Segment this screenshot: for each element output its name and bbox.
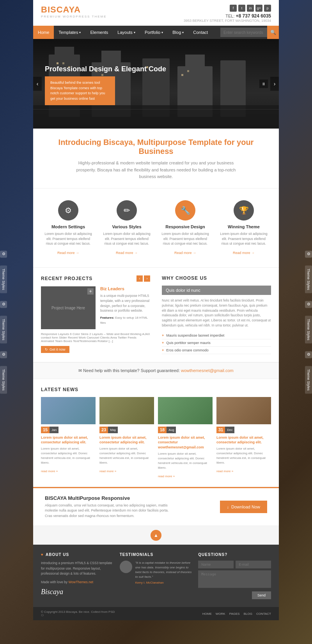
why-choose-label: WHY CHOOSE US [162,275,207,281]
social-twitter[interactable]: t [238,5,245,12]
left-theme-tab[interactable]: Theme Styles [0,265,7,293]
news-date-month-3: Aug [167,427,176,433]
left-gear-icon-2[interactable]: ⚙ [0,301,7,308]
news-link-4[interactable]: read more » [216,469,233,473]
footer-testimonials-heading: TESTIMONIALS [120,552,193,557]
feature-icon-responsive: 🔧 [175,200,195,221]
footer-logo: Biscaya [41,588,114,596]
left-gear-icon-3[interactable]: ⚙ [0,351,7,358]
news-item-3: 18 Aug Lorem ipsum dolor sit amet, conse… [158,397,213,479]
left-gear-icon[interactable]: ⚙ [0,251,7,258]
download-icon: ↓ [227,505,229,509]
get-it-now-button[interactable]: ↻ Get it now [41,346,69,353]
right-gear-icon-3[interactable]: ⚙ [305,351,312,358]
why-list-item-1: Mauris suspendisse laoreet imperdiet [162,332,271,339]
feature-link-settings[interactable]: Read more → [57,251,79,255]
news-image-4 [216,397,271,424]
download-text: BISCAYA MultiPurpose Responsive Aliquam … [45,495,174,519]
social-linkedin[interactable]: in [247,5,254,12]
news-date-month-2: May [108,427,118,433]
download-button[interactable]: ↓ Download Now [220,501,267,513]
news-item-1: 15 Jan Lorem ipsum dolor sit amet, conse… [41,397,96,479]
why-list-item-3: Eros odio ornare commodo [162,347,271,354]
social-icons: f t in g+ p [184,5,271,12]
news-image-2 [99,397,154,424]
footer-questions-heading: QUESTIONS? [198,552,271,557]
news-link-3[interactable]: read more » [158,475,175,478]
nav-item-elements[interactable]: Elements [85,26,113,39]
feature-link-winning[interactable]: Read more → [233,251,255,255]
slider-pause-button[interactable]: ⏸ [259,79,268,88]
footer-name-input[interactable] [198,561,234,568]
footer-send-button[interactable]: Send [252,591,271,599]
footer-made-with: Made with love by WowThemes.net [41,580,114,585]
right-gear-icon[interactable]: ⚙ [305,251,312,258]
footer-nav-home[interactable]: HOME [202,612,212,616]
news-link-1[interactable]: read more » [41,469,58,473]
nav-item-templates[interactable]: Templates ▾ [54,26,85,39]
scroll-up-button[interactable]: ▲ [151,530,161,541]
project-features-label: Features: [100,316,114,319]
header-right: f t in g+ p TEL: +8 737 924 6035 3953 BE… [184,5,271,23]
feature-link-responsive[interactable]: Read more → [174,251,196,255]
project-card: Project Image Here + Biz Leaders is a un… [41,286,150,329]
project-next-button[interactable]: › [144,275,150,282]
footer-about-heading: ABOUT US [41,552,114,557]
left-theme-tab-3[interactable]: Theme Styles [0,366,7,393]
footer-nav-work[interactable]: WORK [216,612,225,616]
get-it-label: Get it now [50,348,66,351]
why-choose-bar: Quis dolor id nunc [162,286,271,295]
blog-dropdown-arrow: ▾ [182,31,184,34]
footer-about-col: ABOUT US Introducing a premium HTML5 & C… [41,552,114,599]
support-email[interactable]: wowthemesnet@gmail.com [181,368,234,373]
left-theme-tab-2[interactable]: Theme Styles [0,316,7,343]
nav-item-portfolio[interactable]: Portfolio ▾ [140,26,168,39]
search-input[interactable] [220,28,267,37]
tel-number: +8 737 924 6035 [236,13,271,19]
footer-nav-contact[interactable]: CONTACT [256,612,271,616]
social-facebook[interactable]: f [230,5,237,12]
svg-rect-17 [181,74,183,76]
footer-message-input[interactable] [198,570,271,588]
right-theme-tab[interactable]: Theme Styles [305,265,312,293]
intro-desc: Highly-professional & modern website tem… [70,160,242,180]
wowthemes-link[interactable]: WowThemes.net [68,580,93,584]
news-date-1: 15 Jan [41,427,96,433]
svg-rect-7 [185,55,205,66]
social-pinterest[interactable]: p [264,5,271,12]
right-theme-tab-2[interactable]: Theme Styles [305,316,312,343]
two-col-section: RECENT PROJECTS ‹ › Project Image Here +… [33,268,279,362]
project-image-plus-icon[interactable]: + [87,288,94,295]
nav-item-home[interactable]: Home [33,26,54,39]
nav-item-contact[interactable]: Contact [188,26,213,39]
slider-prev-button[interactable]: ‹ [33,77,42,91]
tel-label: TEL: [225,14,236,18]
testimonial-text-block: "It is a capital mistake to theorize bef… [135,561,193,584]
footer-email-input[interactable] [236,561,271,568]
news-link-2[interactable]: read more » [99,469,116,473]
slider-next-button[interactable]: › [270,77,279,91]
news-date-num-1: 15 [41,427,50,433]
news-item-4: 31 Dec Lorem ipsum dolor sit amet, conse… [216,397,271,479]
hero-slider: Professional Design & Elegant Code Beaut… [33,39,279,129]
footer-nav-blog[interactable]: BLOG [244,612,252,616]
nav-item-layouts[interactable]: Layouts ▾ [113,26,140,39]
feature-title-settings: Modern Settings [43,224,94,229]
news-date-num-3: 18 [158,427,167,433]
search-button[interactable]: 🔍 [267,26,279,39]
news-date-month-1: Jan [50,427,58,433]
right-gear-icon-2[interactable]: ⚙ [305,301,312,308]
footer-nav-pages[interactable]: PAGES [229,612,240,616]
portfolio-dropdown-arrow: ▾ [161,31,163,34]
news-text-1: Lorem ipsum dolor sit amet, consectetur … [41,446,96,465]
feature-title-responsive: Responsive Design [160,224,211,229]
footer-nav: HOME WORK PAGES BLOG CONTACT [202,612,271,616]
get-it-icon: ↻ [45,348,48,351]
footer-about-label: ABOUT US [46,552,69,557]
project-prev-button[interactable]: ‹ [136,275,143,282]
logo[interactable]: BISCAYA [41,5,107,15]
social-googleplus[interactable]: g+ [255,5,262,12]
right-theme-tab-3[interactable]: Theme Styles [305,366,312,393]
nav-item-blog[interactable]: Blog ▾ [168,26,188,39]
feature-link-styles[interactable]: Read more → [116,251,138,255]
